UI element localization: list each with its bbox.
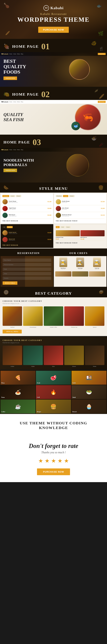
photo-grid-category: 🍕 Pizza 🥩 Steak 🍱 Sushi 🍝 Pasta 🔥 Grill …	[0, 370, 107, 414]
hero-subtitle: Kababi Restaurant	[4, 12, 103, 16]
menu-tab2-dinner[interactable]: Dinner	[69, 195, 74, 197]
home02-content: QUALITY SEA FISH	[0, 106, 107, 128]
home02-nav-book-btn[interactable]: Book Now	[98, 101, 105, 103]
category-thumb-coffee	[44, 306, 63, 326]
home01-headline: BEST QUALITY FOODS	[4, 59, 103, 74]
hero-purchase-button[interactable]: PURCHASE NOW	[38, 27, 69, 33]
menu-item-name-8: Mixed Grill	[9, 238, 47, 240]
menu-section-title-3: THE BEST BURGER	[3, 244, 51, 246]
home01-content: BEST QUALITY FOODS ORDER NOW	[0, 54, 107, 85]
menu-item-row-6: Mushroom Burger Wild mushrooms $12.50	[56, 212, 105, 219]
home03-cta-btn[interactable]: ORDER NOW	[4, 169, 17, 172]
menu-tab3-all[interactable]: All	[3, 226, 6, 228]
rating-sub-text: Thanhs you so much !	[4, 451, 103, 454]
category-card-2: CHOOSE YOUR BEST CATEGORY Find the best …	[0, 336, 107, 370]
category-card-1: CHOOSE YOUR BEST CATEGORY Find the best …	[0, 297, 107, 336]
photo-cell-grill: 🔥 Grill	[36, 385, 71, 399]
home02-nav-blog: Blog	[21, 101, 23, 102]
star-4: ★	[57, 458, 63, 464]
menu-item-name-6: Mushroom Burger	[62, 214, 100, 216]
menu-section-title-1: THE BEST BURGER	[3, 220, 51, 222]
category-view-all-btn[interactable]: VIEW ALL MENU	[3, 330, 22, 334]
menu-item-desc-5: Hot & spicy	[62, 209, 100, 210]
menu-grid-price-2: $11.00	[80, 238, 84, 240]
menu-tab4-sweet[interactable]: Sweet	[65, 226, 70, 228]
category-item-2-1: Grilled	[3, 346, 22, 367]
reservation-chefs-grid: BOOK A TABLE 👨‍🍳 Chef Marco Head Chef 👩‍…	[0, 256, 107, 287]
menu-item-info-5: Spicy Burger Hot & spicy	[62, 207, 100, 210]
reservation-date-input[interactable]	[3, 268, 51, 271]
rating-purchase-btn[interactable]: PURCHASE NOW	[37, 468, 70, 475]
menu-grid-thumb-2	[80, 230, 104, 236]
photo-cell-bg-8: 🍔	[36, 400, 71, 414]
reservation-phone-input[interactable]	[3, 263, 51, 266]
home01-wrapper: 🍖 HOME PAGE 01 🐠 🍴 🍽 Kababi Home About M…	[0, 39, 107, 87]
menu-tab-lunch[interactable]: Lunch	[10, 195, 15, 197]
category-item-special: Special	[85, 306, 104, 328]
deco-sandwich-icon: 🥪	[99, 290, 103, 294]
photo-cell-sushi: 🍱 Sushi	[72, 371, 106, 385]
category-card-1-sub: Find the best category for you	[3, 303, 104, 304]
chef-secondary-3	[89, 271, 105, 276]
home02-nav-menu: Menu	[17, 101, 20, 102]
home01-line3: FOODS	[4, 70, 103, 75]
star-5: ★	[64, 458, 69, 464]
star-2: ★	[45, 458, 50, 464]
menu-card-1: Breakfast Lunch Dinner Classic Burger Wi…	[1, 193, 53, 224]
category-label-burger: Cheeseburger	[23, 326, 43, 328]
reservation-book-btn[interactable]: BOOK A TABLE	[3, 282, 17, 285]
menu-item-name-7: Kabab Special	[9, 232, 47, 233]
category-label-2-4: Dessert	[64, 366, 84, 367]
menu-item-thumb-6	[56, 213, 61, 218]
menu-item-row-7: Kabab Special Grilled to perfection $14.…	[3, 230, 51, 236]
reservation-guests-input[interactable]	[3, 276, 51, 280]
menu-grid-price-1: $9.00	[56, 238, 59, 240]
chef-secondary-1	[55, 271, 71, 276]
category-item-2-4: Dessert	[64, 346, 84, 367]
menu-item-desc-3: Smoky BBQ sauce	[9, 216, 47, 216]
stars-row: ★ ★ ★ ★ ★	[4, 458, 103, 464]
menu-item-price-6: $12.50	[101, 214, 104, 216]
use-theme-section: USE THEME WITHOUT CODINGKNOWLEDGE	[0, 414, 107, 437]
deco-bread-icon: 🥖	[5, 31, 10, 36]
deco-burger-deco-icon: 🍔	[98, 185, 103, 190]
menu-tab2-breakfast[interactable]: Breakfast	[56, 195, 63, 197]
deco-hotdog-icon: 🌭	[4, 185, 9, 190]
reservation-time-input[interactable]	[3, 272, 51, 275]
menu-item-price-1: $12.00	[48, 201, 51, 202]
menu-tab-dinner[interactable]: Dinner	[16, 195, 21, 197]
deco-noodle-icon: 🍜	[91, 136, 96, 141]
category-label-seafood: Seafood	[3, 326, 22, 328]
photo-cell-steak: 🥩 Steak	[36, 371, 71, 385]
category-grid-2: Grilled Salads Spicy Dessert Drinks	[3, 346, 104, 367]
menu-card-4: Hot Cold Sweet Chicken Wrap $9.00 Beef S…	[54, 224, 107, 248]
chef-role-1: Head Chef	[55, 269, 71, 270]
category-card-2-sub: Find the best category for you	[3, 342, 104, 344]
reservation-name-input[interactable]	[3, 258, 51, 262]
deco-bread2-icon: 🥖	[99, 94, 104, 99]
home01-cta-btn[interactable]: ORDER NOW	[4, 76, 17, 80]
menu-tab4-cold[interactable]: Cold	[60, 226, 65, 228]
hero-theme-title: WORDPRESS THEME	[4, 16, 103, 23]
best-category-title: BEST CATEGORY	[35, 291, 72, 296]
home02-nav-logo: 🍽 Kababi	[2, 101, 8, 103]
chefs-card: 👨‍🍳 Chef Marco Head Chef 👩‍🍳 Chef Anna S…	[54, 256, 107, 287]
menu-item-thumb-5	[56, 206, 61, 211]
home03-line1: Noodles With	[4, 158, 103, 162]
menu-tab4-hot[interactable]: Hot	[56, 226, 60, 228]
category-grid-1: Seafood Cheeseburger Kababi Coffee Chick…	[3, 306, 104, 328]
photo-cell-bg-3: 🍱	[72, 371, 106, 385]
menu-card-1-tabs: Breakfast Lunch Dinner	[3, 195, 51, 197]
photo-cell-bg-4: 🍝	[1, 385, 35, 399]
category-item-2-2: Salads	[23, 346, 43, 367]
menu-tab-breakfast[interactable]: Breakfast	[3, 195, 9, 197]
home03-nav-about: About	[13, 149, 16, 150]
menu-tab2-lunch[interactable]: Lunch	[63, 195, 68, 197]
home03-nav-links: Home About Menu Blog	[9, 149, 23, 150]
category-item-2-3: Spicy	[44, 346, 63, 367]
menu-grid-name-2: Beef Skewer	[80, 237, 87, 238]
photo-cell-burger: 🍔 Burger	[36, 400, 71, 414]
category-label-chicken: Chicken Leg	[64, 326, 84, 328]
category-thumb-2-3	[44, 346, 63, 365]
menu-tab3-popular[interactable]: Popular	[7, 226, 13, 228]
